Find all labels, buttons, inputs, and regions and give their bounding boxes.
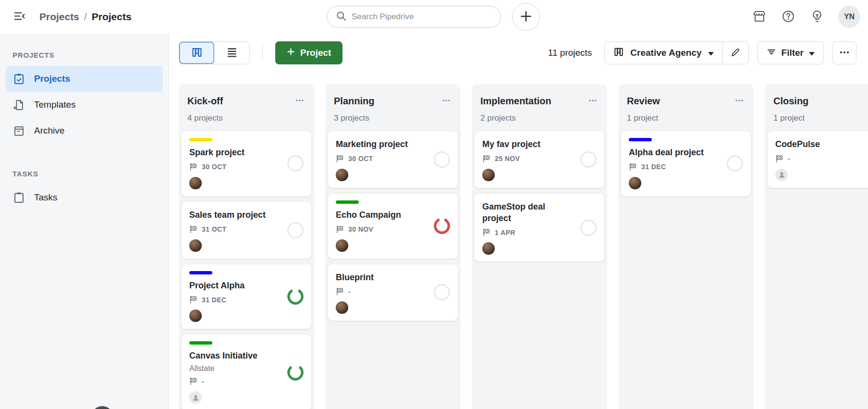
progress-indicator[interactable]: [287, 155, 304, 172]
column-count: 2 projects: [480, 113, 599, 123]
sidebar-item-archive[interactable]: Archive: [6, 118, 163, 144]
sidebar-item-label: Templates: [34, 99, 76, 110]
project-card[interactable]: Canvas InitiativeAllstate-: [181, 334, 312, 409]
finish-flag-icon: [189, 296, 197, 304]
column-review: Review1 projectAlpha deal project31 DEC: [618, 84, 754, 409]
add-project-button[interactable]: Project: [275, 41, 342, 64]
assignee-avatar[interactable]: [482, 242, 495, 255]
sidebar-item-label: Archive: [34, 125, 64, 136]
project-card[interactable]: Echo Campaign30 NOV: [328, 193, 458, 259]
progress-indicator[interactable]: [434, 218, 450, 234]
column-kick-off: Kick-off4 projectsSpark project30 OCTSal…: [179, 84, 314, 409]
ellipsis-icon: [588, 99, 598, 107]
topbar: Projects / Projects: [0, 0, 868, 34]
list-icon: [226, 47, 238, 60]
lightbulb-icon: [810, 9, 824, 25]
help-button[interactable]: [781, 9, 796, 25]
filter-button[interactable]: Filter: [758, 41, 824, 64]
add-project-label: Project: [300, 48, 331, 58]
assignee-avatar[interactable]: [482, 169, 495, 181]
column-count: 3 projects: [334, 113, 452, 123]
assignee-avatar-placeholder[interactable]: [775, 169, 788, 181]
assignee-avatar[interactable]: [336, 301, 348, 314]
sidebar-item-templates[interactable]: Templates: [6, 92, 163, 118]
project-card[interactable]: My fav project25 NOV: [474, 131, 605, 188]
column-header: Closing1 project: [765, 84, 868, 123]
progress-indicator[interactable]: [434, 151, 450, 168]
question-circle-icon: [781, 9, 795, 25]
project-title: Sales team project: [189, 210, 304, 221]
assignee-avatar[interactable]: [336, 169, 348, 181]
board-toolbar: Project 11 projects Creative Agency: [179, 41, 856, 64]
project-title: GameStop deal project: [482, 201, 597, 224]
user-avatar[interactable]: YN: [838, 6, 860, 28]
project-title: Echo Campaign: [336, 210, 450, 221]
assignee-avatar[interactable]: [189, 177, 202, 189]
project-label: [189, 138, 212, 141]
breadcrumb-root[interactable]: Projects: [39, 11, 79, 23]
kanban-view-button[interactable]: [179, 42, 214, 64]
list-view-button[interactable]: [214, 42, 249, 64]
file-plus-icon: [12, 99, 25, 112]
project-end-date: -: [202, 378, 204, 385]
project-end-date: 30 OCT: [348, 155, 373, 162]
project-end-date: 31 DEC: [202, 296, 226, 304]
assignee-avatar[interactable]: [189, 239, 202, 252]
storefront-icon: [752, 9, 767, 25]
chevron-down-icon: [809, 48, 815, 58]
project-title: CodePulse: [775, 139, 868, 150]
sidebar-collapse-button[interactable]: [10, 7, 29, 26]
progress-indicator[interactable]: [580, 151, 597, 168]
toolbar-more-button[interactable]: [832, 41, 856, 64]
assignee-avatar[interactable]: [629, 177, 641, 189]
column-menu-button[interactable]: [440, 95, 452, 108]
finish-flag-icon: [629, 163, 637, 171]
progress-indicator[interactable]: [727, 155, 743, 172]
sidebar-item-tasks[interactable]: Tasks: [6, 185, 163, 211]
project-card[interactable]: GameStop deal project1 APR: [474, 193, 605, 262]
project-card[interactable]: Marketing project30 OCT: [328, 131, 458, 188]
global-add-button[interactable]: [512, 3, 540, 31]
topbar-actions: YN: [752, 0, 860, 34]
project-card[interactable]: Sales team project31 OCT: [181, 201, 312, 259]
project-card[interactable]: Spark project30 OCT: [181, 131, 312, 197]
assignee-avatar[interactable]: [336, 239, 348, 252]
project-card[interactable]: Project Alpha31 DEC: [181, 264, 312, 330]
column-closing: Closing1 projectCodePulse-: [765, 84, 868, 409]
progress-indicator[interactable]: [287, 364, 304, 381]
progress-indicator[interactable]: [287, 288, 304, 305]
kanban-columns: Kick-off4 projectsSpark project30 OCTSal…: [179, 84, 868, 409]
column-cards: Alpha deal project31 DEC: [618, 123, 754, 199]
pipeline-name: Creative Agency: [630, 48, 701, 58]
column-title: Kick-off: [187, 96, 223, 107]
column-title: Closing: [773, 96, 808, 107]
sidebar-section-projects: PROJECTS: [12, 51, 156, 59]
chevron-down-icon: [708, 48, 714, 58]
project-end-date: 30 OCT: [202, 163, 226, 171]
column-menu-button[interactable]: [734, 95, 745, 108]
project-meta: 31 OCT: [189, 225, 304, 234]
column-menu-button[interactable]: [294, 95, 306, 108]
project-card[interactable]: Blueprint-: [328, 264, 458, 322]
search-input[interactable]: [352, 12, 492, 22]
project-end-date: 25 NOV: [495, 155, 520, 162]
progress-indicator[interactable]: [434, 284, 450, 300]
project-label: [336, 200, 359, 204]
suggestions-button[interactable]: [809, 9, 825, 25]
progress-indicator[interactable]: [580, 220, 597, 236]
marketplace-button[interactable]: [752, 9, 767, 25]
global-search[interactable]: [327, 6, 501, 28]
project-card[interactable]: CodePulse-: [767, 131, 868, 188]
column-header: Review1 project: [618, 84, 754, 123]
project-meta: 25 NOV: [482, 155, 597, 163]
assignee-avatar-placeholder[interactable]: [189, 391, 202, 404]
sidebar-item-projects[interactable]: Projects: [6, 66, 163, 92]
assignee-avatar[interactable]: [189, 310, 202, 322]
column-menu-button[interactable]: [587, 95, 599, 108]
pipeline-selector[interactable]: Creative Agency: [605, 42, 722, 64]
edit-pipeline-button[interactable]: [722, 42, 748, 64]
progress-indicator[interactable]: [287, 222, 304, 238]
project-card[interactable]: Alpha deal project31 DEC: [621, 131, 751, 197]
projects-board: Project 11 projects Creative Agency: [169, 34, 868, 409]
project-label: [629, 138, 652, 141]
